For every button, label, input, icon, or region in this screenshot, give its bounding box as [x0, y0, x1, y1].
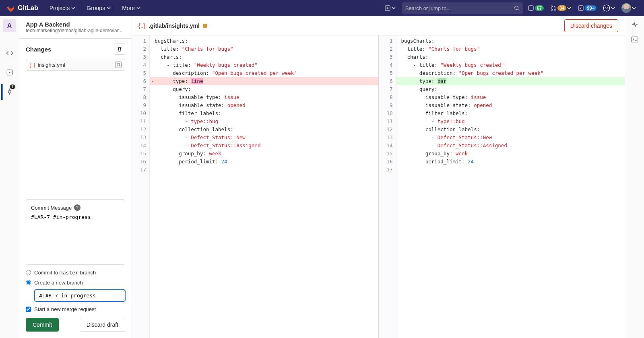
- merge-request-icon: [550, 5, 557, 11]
- main-area: {..} .gitlab/insights.yml Discard change…: [132, 16, 625, 338]
- svg-rect-2: [528, 6, 533, 10]
- project-name: App A Backend: [26, 21, 125, 28]
- review-icon: [6, 69, 13, 76]
- diff-right: 1234567891011121314151617 bugsCharts: ti…: [379, 35, 625, 338]
- file-name: insights.yml: [38, 62, 113, 68]
- mrs-counter[interactable]: 34: [549, 4, 573, 12]
- unstage-button[interactable]: [115, 62, 122, 68]
- svg-text:?: ?: [605, 6, 608, 11]
- issues-icon: [528, 5, 534, 11]
- commit-icon: [6, 88, 13, 95]
- rail-commit[interactable]: 1: [1, 84, 17, 100]
- commit-to-existing-option[interactable]: Commit to master branch: [26, 270, 125, 276]
- commit-section: Commit Message ? Commit to master branch…: [19, 192, 132, 338]
- svg-point-1: [515, 6, 518, 10]
- todos-counter[interactable]: 99+: [576, 4, 598, 12]
- issues-counter[interactable]: 67: [526, 4, 545, 12]
- commit-count-badge: 1: [10, 84, 15, 89]
- svg-point-5: [554, 9, 556, 10]
- chevron-down-icon: [392, 6, 396, 10]
- yaml-file-icon: {..}: [138, 23, 145, 29]
- new-menu[interactable]: [381, 3, 399, 13]
- file-path-text: .gitlab/insights.yml: [149, 23, 200, 29]
- commit-message-label: Commit Message: [31, 205, 72, 211]
- svg-rect-6: [578, 6, 583, 10]
- discard-changes-button[interactable]: Discard changes: [564, 19, 618, 32]
- side-panel: App A Backend tech-marketing/demos/gitla…: [19, 16, 132, 338]
- topbar: GitLab Projects Groups More 67 34 99+ ?: [0, 0, 644, 16]
- svg-point-10: [9, 72, 10, 73]
- rail-edit[interactable]: [2, 45, 18, 61]
- commit-message-input[interactable]: [31, 214, 120, 258]
- svg-point-11: [8, 91, 11, 93]
- global-search[interactable]: [402, 2, 523, 14]
- avatar: [621, 3, 631, 13]
- tanuki-icon: [6, 4, 15, 12]
- help-menu[interactable]: ?: [601, 4, 617, 12]
- nav-groups[interactable]: Groups: [82, 2, 116, 14]
- svg-rect-12: [117, 64, 120, 66]
- todo-icon: [578, 5, 584, 11]
- code-icon: [6, 49, 13, 57]
- discard-all-button[interactable]: [114, 43, 125, 55]
- svg-rect-13: [632, 37, 638, 42]
- chevron-down-icon: [567, 6, 571, 10]
- rail-review[interactable]: [2, 64, 18, 80]
- nav-projects[interactable]: Projects: [45, 2, 80, 14]
- terminal-icon[interactable]: [631, 36, 638, 44]
- project-path: tech-marketing/demos/gitlab-agile-demo/l…: [26, 28, 125, 33]
- existing-branch-radio[interactable]: [26, 270, 31, 275]
- new-branch-radio[interactable]: [26, 280, 31, 285]
- create-new-branch-option[interactable]: Create a new branch: [26, 280, 125, 286]
- search-input[interactable]: [405, 5, 514, 11]
- project-avatar[interactable]: A: [3, 19, 16, 32]
- svg-point-3: [551, 6, 553, 7]
- editor-header: {..} .gitlab/insights.yml Discard change…: [132, 16, 625, 35]
- user-menu[interactable]: [620, 2, 638, 14]
- chevron-down-icon: [107, 6, 111, 10]
- start-mr-checkbox[interactable]: [26, 307, 31, 312]
- diff-left: 1234567891011121314151617 bugsCharts: ti…: [132, 35, 379, 338]
- changed-file-item[interactable]: {..} insights.yml: [26, 59, 125, 71]
- nav-more[interactable]: More: [117, 2, 145, 14]
- svg-point-4: [551, 9, 553, 10]
- question-icon: ?: [603, 4, 610, 12]
- modified-indicator: [203, 24, 207, 28]
- chevron-down-icon: [632, 6, 636, 10]
- pipelines-icon[interactable]: [631, 21, 638, 29]
- project-header: App A Backend tech-marketing/demos/gitla…: [19, 16, 132, 39]
- gitlab-logo[interactable]: GitLab: [6, 4, 38, 12]
- icon-rail: A 1: [0, 16, 19, 338]
- diff-view[interactable]: 1234567891011121314151617 bugsCharts: ti…: [132, 35, 625, 338]
- discard-draft-button[interactable]: Discard draft: [80, 318, 125, 332]
- start-mr-option[interactable]: Start a new merge request: [26, 306, 125, 312]
- chevron-down-icon: [611, 6, 615, 10]
- right-rail: [625, 16, 644, 338]
- chevron-down-icon: [71, 6, 75, 10]
- chevron-down-icon: [136, 6, 140, 10]
- plus-icon: [384, 5, 391, 11]
- brand-text: GitLab: [18, 4, 38, 12]
- help-icon[interactable]: ?: [74, 204, 80, 211]
- commit-button[interactable]: Commit: [26, 318, 59, 332]
- new-branch-name-input[interactable]: [35, 290, 125, 301]
- changes-title: Changes: [26, 46, 51, 53]
- yaml-file-icon: {..}: [29, 62, 35, 68]
- trash-icon: [117, 46, 122, 52]
- search-icon: [514, 5, 520, 11]
